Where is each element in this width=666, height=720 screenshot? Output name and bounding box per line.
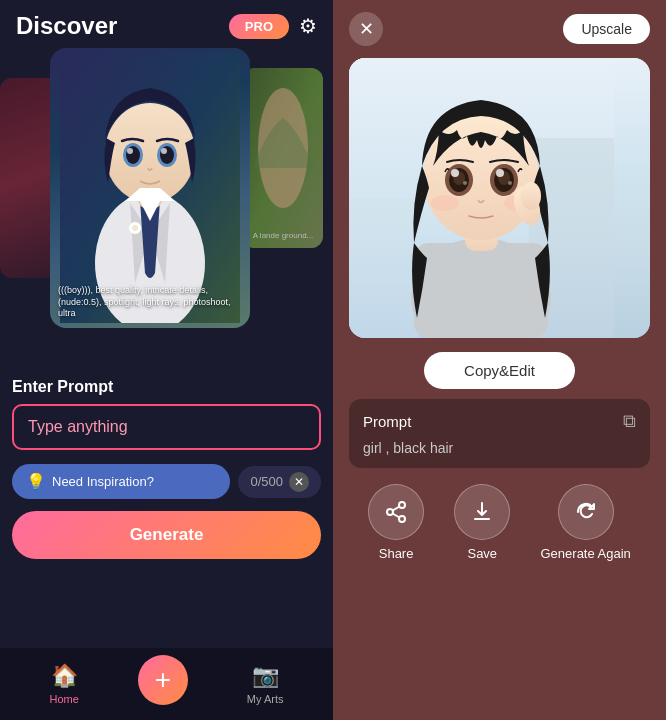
svg-point-39 xyxy=(399,516,405,522)
right-panel: ✕ Upscale xyxy=(333,0,666,720)
prompt-section: Enter Prompt xyxy=(0,368,333,456)
anime-girl-image xyxy=(349,58,650,338)
controls-row: 💡 Need Inspiration? 0/500 ✕ xyxy=(0,456,333,507)
share-icon xyxy=(384,500,408,524)
right-header: ✕ Upscale xyxy=(333,0,666,58)
inspiration-label: Need Inspiration? xyxy=(52,474,154,489)
save-icon xyxy=(470,500,494,524)
svg-point-38 xyxy=(387,509,393,515)
app-title: Discover xyxy=(16,12,117,40)
pro-button[interactable]: PRO xyxy=(229,14,289,39)
regenerate-circle xyxy=(558,484,614,540)
char-count: 0/500 xyxy=(250,474,283,489)
save-label: Save xyxy=(467,546,497,561)
inspiration-button[interactable]: 💡 Need Inspiration? xyxy=(12,464,230,499)
share-action[interactable]: Share xyxy=(368,484,424,561)
svg-point-32 xyxy=(508,181,512,185)
side-card-right-bg: A lande ground... xyxy=(243,68,323,248)
anime-boy-svg xyxy=(60,53,240,323)
left-panel: Discover PRO ⚙ xyxy=(0,0,333,720)
generate-button[interactable]: Generate xyxy=(12,511,321,559)
prompt-input[interactable] xyxy=(12,404,321,450)
prompt-card-header: Prompt ⧉ xyxy=(363,411,636,432)
prompt-section-label: Enter Prompt xyxy=(12,378,321,396)
regenerate-action[interactable]: Generate Again xyxy=(541,484,631,561)
regenerate-label: Generate Again xyxy=(541,546,631,561)
nav-my-arts[interactable]: 📷 My Arts xyxy=(247,663,284,705)
side-card-right-svg xyxy=(243,68,323,248)
nav-home-label: Home xyxy=(49,693,78,705)
prompt-text: girl , black hair xyxy=(363,440,636,456)
svg-point-27 xyxy=(463,181,467,185)
anime-girl-svg xyxy=(349,58,614,338)
nav-home[interactable]: 🏠 Home xyxy=(49,663,78,705)
svg-point-13 xyxy=(132,225,138,231)
bottom-nav: 🏠 Home + 📷 My Arts xyxy=(0,648,333,720)
save-action[interactable]: Save xyxy=(454,484,510,561)
svg-point-8 xyxy=(127,148,133,154)
regenerate-icon xyxy=(574,500,598,524)
side-card-right[interactable]: A lande ground... xyxy=(243,68,323,248)
clear-button[interactable]: ✕ xyxy=(289,472,309,492)
image-gallery: (((boy))), best quality, intricate detai… xyxy=(0,48,333,368)
camera-icon: 📷 xyxy=(252,663,279,689)
svg-line-40 xyxy=(393,514,400,518)
gear-icon[interactable]: ⚙ xyxy=(299,14,317,38)
main-image-card[interactable]: (((boy))), best quality, intricate detai… xyxy=(50,48,250,328)
copy-prompt-button[interactable]: ⧉ xyxy=(623,411,636,432)
generated-image-area xyxy=(349,58,650,338)
action-buttons: Share Save Generate Again xyxy=(333,468,666,571)
nav-my-arts-label: My Arts xyxy=(247,693,284,705)
svg-rect-18 xyxy=(349,198,419,338)
left-header: Discover PRO ⚙ xyxy=(0,0,333,48)
header-right: PRO ⚙ xyxy=(229,14,317,39)
save-circle xyxy=(454,484,510,540)
svg-rect-20 xyxy=(414,243,548,338)
share-label: Share xyxy=(379,546,414,561)
prompt-card: Prompt ⧉ girl , black hair xyxy=(349,399,650,468)
svg-line-41 xyxy=(393,507,400,511)
fab-button[interactable]: + xyxy=(138,655,188,705)
svg-point-11 xyxy=(161,148,167,154)
share-circle xyxy=(368,484,424,540)
bulb-icon: 💡 xyxy=(26,472,46,491)
close-icon: ✕ xyxy=(359,18,374,40)
svg-point-26 xyxy=(451,169,459,177)
char-count-wrapper: 0/500 ✕ xyxy=(238,466,321,498)
svg-point-31 xyxy=(496,169,504,177)
prompt-card-title: Prompt xyxy=(363,413,411,430)
home-icon: 🏠 xyxy=(51,663,78,689)
close-button[interactable]: ✕ xyxy=(349,12,383,46)
copy-edit-button[interactable]: Copy&Edit xyxy=(424,352,575,389)
svg-point-37 xyxy=(399,502,405,508)
svg-point-33 xyxy=(431,195,459,211)
svg-point-36 xyxy=(521,182,541,210)
upscale-button[interactable]: Upscale xyxy=(563,14,650,44)
side-card-right-label: A lande ground... xyxy=(247,231,319,240)
image-caption: (((boy))), best quality, intricate detai… xyxy=(58,285,242,320)
